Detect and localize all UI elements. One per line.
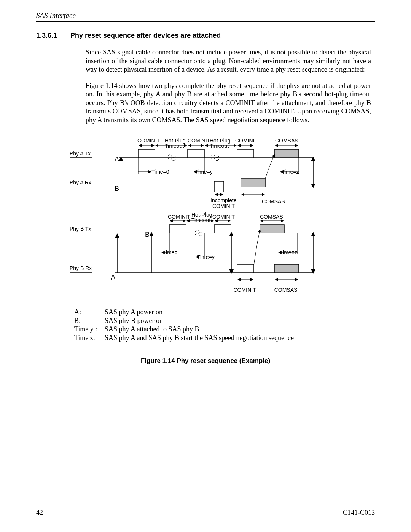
svg-rect-4 <box>188 149 204 158</box>
svg-rect-36 <box>214 225 231 233</box>
page-number: 42 <box>36 509 43 517</box>
legend-text: SAS phy A power on <box>105 308 162 316</box>
row-label-phy-b-rx: Phy B Rx <box>70 265 92 271</box>
svg-rect-58 <box>274 264 299 273</box>
lbl-cominit-b: COMINIT <box>168 214 191 220</box>
lbl-comsas-rx: COMSAS <box>262 198 285 204</box>
lbl-cominit-rx: COMINIT <box>233 287 256 293</box>
footer: 42 C141-C013 <box>36 506 375 517</box>
lbl-hotplug2: Timeout <box>165 143 184 149</box>
lbl-time0-a: Time=0 <box>151 169 169 175</box>
figure-caption: Figure 1.14 Phy reset sequence (Example) <box>36 357 375 365</box>
svg-rect-34 <box>169 225 186 233</box>
legend-row: B: SAS phy B power on <box>74 316 375 325</box>
timing-diagram: Phy A Tx COMINIT Hot-Plug Timeout COMINI… <box>70 136 344 299</box>
section-heading: 1.3.6.1Phy reset sequence after devices … <box>36 32 375 40</box>
lbl-hp-b2: Timeout <box>191 217 210 223</box>
paragraph-2: Figure 1.14 shows how two phys complete … <box>86 81 371 125</box>
body-text: Since SAS signal cable connector does no… <box>86 48 371 124</box>
legend-key: Time y : <box>74 325 105 334</box>
lbl-cominit-b2: COMINIT <box>212 214 235 220</box>
section-number: 1.3.6.1 <box>36 32 70 40</box>
paragraph-1: Since SAS signal cable connector does no… <box>86 48 371 74</box>
letter-A-top: A <box>115 155 119 163</box>
svg-rect-28 <box>241 179 265 187</box>
lbl-cominit2: COMINIT <box>188 137 210 144</box>
legend-text: SAS phy A and SAS phy B start the SAS sp… <box>105 334 294 342</box>
lbl-cominit3: COMINIT <box>235 137 258 144</box>
legend-key: Time z: <box>74 334 105 342</box>
letter-A-low: A <box>111 273 115 281</box>
lbl-comsas: COMSAS <box>275 137 298 144</box>
svg-rect-8 <box>274 149 299 158</box>
row-label-phy-a-tx: Phy A Tx <box>70 150 91 157</box>
legend-text: SAS phy B power on <box>105 316 163 325</box>
lbl-hotplug4: Timeout <box>210 143 229 149</box>
running-header: SAS Interface <box>36 11 375 22</box>
svg-rect-56 <box>237 264 254 273</box>
letter-B-top: B <box>115 185 119 192</box>
svg-rect-38 <box>260 225 284 233</box>
page: SAS Interface 1.3.6.1Phy reset sequence … <box>0 0 411 532</box>
lbl-comsas-b: COMSAS <box>260 214 283 220</box>
letter-B-mid: B <box>145 231 150 238</box>
legend: A: SAS phy A power on B: SAS phy B power… <box>74 308 375 342</box>
legend-key: B: <box>74 316 105 325</box>
legend-row: Time y : SAS phy A attached to SAS phy B <box>74 325 375 334</box>
section-title: Phy reset sequence after devices are att… <box>70 32 221 39</box>
svg-rect-26 <box>214 181 224 192</box>
lbl-incomplete1: Incomplete <box>210 197 237 203</box>
lbl-comsas-rx2: COMSAS <box>274 287 298 293</box>
row-label-phy-b-tx: Phy B Tx <box>70 226 91 232</box>
svg-rect-6 <box>237 149 254 158</box>
row-label-phy-a-rx: Phy A Rx <box>70 179 91 185</box>
legend-key: A: <box>74 308 105 316</box>
doc-number: C141-C013 <box>343 509 375 517</box>
lbl-cominit: COMINIT <box>137 137 160 144</box>
legend-text: SAS phy A attached to SAS phy B <box>105 325 199 334</box>
legend-row: A: SAS phy A power on <box>74 308 375 316</box>
legend-row: Time z: SAS phy A and SAS phy B start th… <box>74 334 375 342</box>
svg-rect-2 <box>138 149 155 158</box>
lbl-incomplete2: COMINIT <box>212 203 235 209</box>
